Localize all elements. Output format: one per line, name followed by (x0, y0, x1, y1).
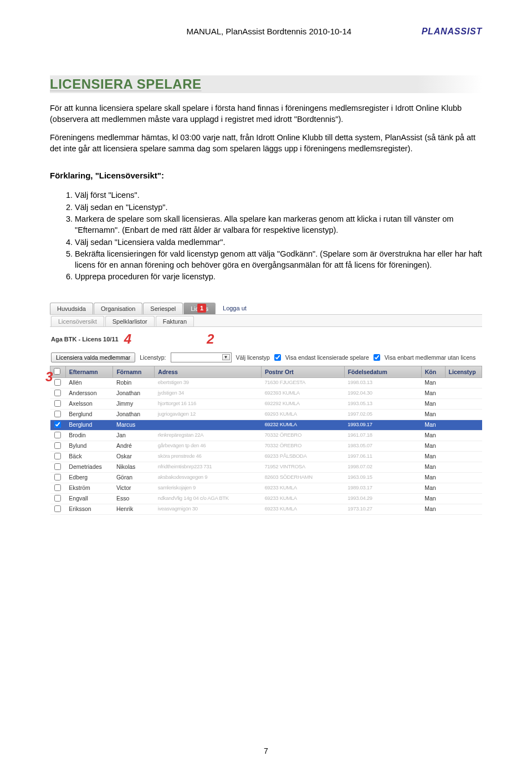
chk-visa-licensierade[interactable] (274, 354, 281, 361)
chevron-down-icon: ▼ (222, 354, 230, 360)
cell-adress: aksbakodesvagegen 9 (155, 472, 262, 483)
cell-fornamn: Victor (113, 483, 155, 493)
cell-postnr-ort: 70332 ÖREBRO (261, 430, 344, 441)
th-efternamn[interactable]: Efternamn (65, 366, 113, 377)
table-row[interactable]: BäckOskarsköra prenstrede 4669233 PÅLSBO… (50, 451, 482, 462)
cell-efternamn: Ekström (65, 483, 113, 493)
cell-adress: sköra prenstrede 46 (155, 451, 262, 462)
th-licenstyp[interactable]: Licenstyp (445, 366, 482, 377)
cell-kon: Man (421, 472, 445, 483)
cell-postnr-ort: 69232 KUMLA (261, 420, 344, 430)
th-kon[interactable]: Kön (421, 366, 445, 377)
row-checkbox[interactable] (54, 411, 61, 417)
cell-kon: Man (421, 451, 445, 462)
cell-fodelsedatum: 1973.10.27 (344, 504, 421, 514)
cell-adress: ebertstigen 39 (155, 377, 262, 388)
table-row[interactable]: AnderssonJonathanjydstigen 34692393 KUML… (50, 388, 482, 398)
step-5: Bekräfta licensieringen för vald licenst… (75, 249, 482, 270)
cell-adress: samleriskojajen 9 (155, 483, 262, 493)
th-fornamn[interactable]: Förnamn (113, 366, 155, 377)
table-row[interactable]: DemetriadesNikolasnfridtheimtisbnrp223 7… (50, 462, 482, 472)
cell-efternamn: Engvall (65, 493, 113, 504)
tab-seriespel[interactable]: Seriespel (143, 303, 183, 314)
chk-visa-licensierade-label: Visa endast licensierade spelare (285, 354, 369, 361)
cell-adress: gårbevägen tp den 46 (155, 441, 262, 451)
cell-kon: Man (421, 388, 445, 398)
subtab-licensoversikt[interactable]: Licensöversikt (51, 316, 104, 326)
row-checkbox[interactable] (54, 432, 61, 438)
row-checkbox[interactable] (54, 400, 61, 407)
cell-postnr-ort: 71630 FJUGESTA (261, 377, 344, 388)
cell-fodelsedatum: 1983.05.07 (344, 441, 421, 451)
table-row[interactable]: BerglundMarcus69232 KUMLA1993.09.17Man (50, 420, 482, 430)
valj-licenstyp-label: Välj licenstyp (236, 354, 270, 361)
th-postnr-ort[interactable]: Postnr Ort (261, 366, 344, 377)
cell-adress: rknkrepäregstan 22A (155, 430, 262, 441)
intro-paragraph-1: För att kunna licensiera spelare skall s… (50, 103, 482, 125)
intro-paragraph-2: Föreningens medlemmar hämtas, kl 03:00 v… (50, 132, 482, 154)
licenstyp-select[interactable]: ▼ (171, 352, 232, 362)
row-checkbox[interactable] (54, 463, 61, 470)
select-all-checkbox[interactable] (54, 368, 60, 375)
cell-postnr-ort: 82603 SÖDERHAMN (261, 472, 344, 483)
table-row[interactable]: BrodinJanrknkrepäregstan 22A70332 ÖREBRO… (50, 430, 482, 441)
th-fodelsedatum[interactable]: Födelsedatum (344, 366, 421, 377)
cell-postnr-ort: 69233 KUMLA (261, 493, 344, 504)
cell-kon: Man (421, 483, 445, 493)
cell-efternamn: Edberg (65, 472, 113, 483)
subtab-fakturan[interactable]: Fakturan (156, 316, 194, 326)
cell-fornamn: Jonathan (113, 409, 155, 420)
annotation-4: 4 (124, 331, 131, 347)
cell-kon: Man (421, 398, 445, 409)
row-checkbox[interactable] (54, 421, 61, 428)
row-checkbox[interactable] (54, 379, 61, 386)
row-checkbox[interactable] (54, 505, 61, 512)
licensiera-button[interactable]: Licensiera valda medlemmar (51, 352, 135, 362)
table-row[interactable]: AxelssonJimmyhjorttorget 16 116692292 KU… (50, 398, 482, 409)
cell-kon: Man (421, 504, 445, 514)
cell-efternamn: Andersson (65, 388, 113, 398)
row-checkbox[interactable] (54, 453, 61, 459)
table-row[interactable]: EngvallEssondkandVlig 14g 04 c/o AGA BTK… (50, 493, 482, 504)
subtab-spelklarlistor[interactable]: Spelklarlistor (105, 316, 155, 326)
cell-kon: Man (421, 462, 445, 472)
table-row[interactable]: BerglundJonathanjugriogavägen 1269293 KU… (50, 409, 482, 420)
annotation-1: 1 (197, 304, 206, 313)
table-row[interactable]: ErikssonHenrikiveasvagrnigön 3069233 KUM… (50, 504, 482, 514)
cell-licenstyp (445, 493, 482, 504)
annotation-3: 3 (45, 369, 53, 385)
chk-visa-utan-licens-label: Visa enbart medlemmar utan licens (385, 354, 475, 361)
cell-kon: Man (421, 430, 445, 441)
chk-visa-utan-licens[interactable] (374, 354, 380, 361)
cell-efternamn: Berglund (65, 409, 113, 420)
cell-licenstyp (445, 398, 482, 409)
table-row[interactable]: BylundAndrégårbevägen tp den 4670332 ÖRE… (50, 441, 482, 451)
row-checkbox[interactable] (54, 484, 61, 491)
step-3: Markera de spelare som skall licensieras… (75, 214, 482, 236)
cell-postnr-ort: 69233 PÅLSBODA (261, 451, 344, 462)
row-checkbox[interactable] (54, 442, 61, 449)
tab-organisation[interactable]: Organisation (94, 303, 142, 314)
table-row[interactable]: EkströmVictorsamleriskojajen 969233 KUML… (50, 483, 482, 493)
cell-fodelsedatum: 1998.07.02 (344, 462, 421, 472)
tab-logga-ut[interactable]: Logga ut (216, 303, 253, 314)
cell-efternamn: Brodin (65, 430, 113, 441)
row-checkbox[interactable] (54, 474, 61, 480)
cell-efternamn: Berglund (65, 420, 113, 430)
licenstyp-label: Licenstyp: (140, 354, 166, 361)
tab-huvudsida[interactable]: Huvudsida (50, 303, 93, 314)
row-checkbox[interactable] (54, 495, 61, 502)
page-title: LICENSIERA SPELARE (50, 75, 482, 93)
table-row[interactable]: AllénRobinebertstigen 3971630 FJUGESTA19… (50, 377, 482, 388)
step-6: Upprepa proceduren för varje licenstyp. (75, 272, 482, 283)
cell-adress: ndkandVlig 14g 04 c/o AGA BTK (155, 493, 262, 504)
row-checkbox[interactable] (54, 390, 61, 396)
cell-fornamn: Nikolas (113, 462, 155, 472)
cell-fodelsedatum: 1997.02.05 (344, 409, 421, 420)
table-row[interactable]: EdbergGöranaksbakodesvagegen 982603 SÖDE… (50, 472, 482, 483)
cell-postnr-ort: 71952 VINTROSA (261, 462, 344, 472)
cell-fornamn: Jan (113, 430, 155, 441)
th-adress[interactable]: Adress (155, 366, 262, 377)
cell-fornamn: André (113, 441, 155, 451)
cell-kon: Man (421, 441, 445, 451)
